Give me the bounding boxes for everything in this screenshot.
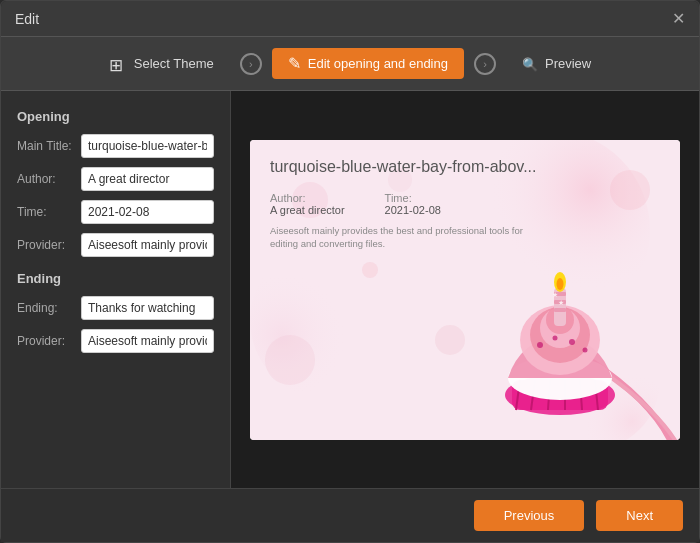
- toolbar-item-select-theme[interactable]: Select Theme: [93, 49, 230, 79]
- grid-icon: [109, 55, 127, 73]
- preview-text-overlay: turquoise-blue-water-bay-from-abov... Au…: [270, 158, 670, 251]
- author-label: Author:: [17, 172, 81, 186]
- svg-point-34: [583, 347, 588, 352]
- preview-author-col: Author: A great director: [270, 192, 345, 216]
- preview-label: Preview: [545, 56, 591, 71]
- provider2-input[interactable]: [81, 329, 214, 353]
- main-area: Opening Main Title: Author: Time: Provid…: [1, 91, 699, 488]
- time-input[interactable]: [81, 200, 214, 224]
- field-row-time: Time:: [17, 200, 214, 224]
- window-title: Edit: [15, 11, 39, 27]
- toolbar-item-edit-opening[interactable]: Edit opening and ending: [272, 48, 464, 79]
- field-row-ending: Ending:: [17, 296, 214, 320]
- sidebar: Opening Main Title: Author: Time: Provid…: [1, 91, 231, 488]
- select-theme-label: Select Theme: [134, 56, 214, 71]
- field-row-main-title: Main Title:: [17, 134, 214, 158]
- main-title-label: Main Title:: [17, 139, 81, 153]
- svg-point-7: [265, 335, 315, 385]
- author-input[interactable]: [81, 167, 214, 191]
- preview-meta: Author: A great director Time: 2021-02-0…: [270, 192, 670, 216]
- svg-text:★: ★: [558, 299, 564, 306]
- preview-author-value: A great director: [270, 204, 345, 216]
- provider2-label: Provider:: [17, 334, 81, 348]
- ending-input[interactable]: [81, 296, 214, 320]
- svg-point-33: [569, 339, 575, 345]
- preview-video-title: turquoise-blue-water-bay-from-abov...: [270, 158, 670, 176]
- footer: Previous Next: [1, 488, 699, 542]
- opening-section-title: Opening: [17, 109, 214, 124]
- main-window: Edit ✕ Select Theme › Edit opening and e…: [0, 0, 700, 543]
- preview-time-key: Time:: [385, 192, 441, 204]
- previous-button[interactable]: Previous: [474, 500, 585, 531]
- chevron-right-icon-1: ›: [240, 53, 262, 75]
- ending-section: Ending Ending: Provider:: [17, 271, 214, 353]
- preview-card: ★ ★ turquoise-blue-water-bay-from-abov..…: [250, 140, 680, 440]
- chevron-right-icon-2: ›: [474, 53, 496, 75]
- ending-label: Ending:: [17, 301, 81, 315]
- toolbar-item-preview[interactable]: Preview: [506, 49, 607, 79]
- main-title-input[interactable]: [81, 134, 214, 158]
- provider-label: Provider:: [17, 238, 81, 252]
- preview-author-key: Author:: [270, 192, 345, 204]
- close-button[interactable]: ✕: [672, 11, 685, 27]
- preview-description: Aiseesoft mainly provides the best and p…: [270, 224, 530, 251]
- svg-rect-26: [554, 308, 566, 312]
- time-label: Time:: [17, 205, 81, 219]
- field-row-provider2: Provider:: [17, 329, 214, 353]
- preview-area: ★ ★ turquoise-blue-water-bay-from-abov..…: [231, 91, 699, 488]
- field-row-provider: Provider:: [17, 233, 214, 257]
- svg-point-9: [435, 325, 465, 355]
- edit-opening-label: Edit opening and ending: [308, 56, 448, 71]
- ending-section-title: Ending: [17, 271, 214, 286]
- svg-point-28: [557, 278, 564, 290]
- field-row-author: Author:: [17, 167, 214, 191]
- title-bar: Edit ✕: [1, 1, 699, 37]
- preview-time-value: 2021-02-08: [385, 204, 441, 216]
- next-button[interactable]: Next: [596, 500, 683, 531]
- provider-input[interactable]: [81, 233, 214, 257]
- edit-icon: [288, 54, 301, 73]
- svg-point-31: [537, 342, 543, 348]
- svg-point-32: [553, 335, 558, 340]
- svg-point-8: [362, 262, 378, 278]
- search-icon: [522, 55, 538, 73]
- preview-time-col: Time: 2021-02-08: [385, 192, 441, 216]
- svg-text:★: ★: [552, 291, 558, 298]
- toolbar: Select Theme › Edit opening and ending ›…: [1, 37, 699, 91]
